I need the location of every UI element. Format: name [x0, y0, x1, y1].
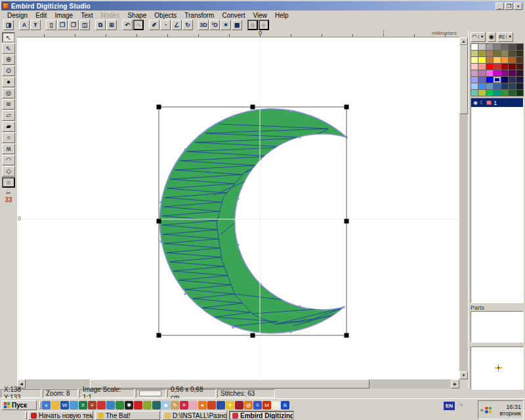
- palette-swatch[interactable]: [501, 64, 508, 70]
- palette-swatch[interactable]: [501, 70, 508, 76]
- palette-swatch[interactable]: [486, 77, 493, 83]
- selection-handle[interactable]: [345, 105, 349, 110]
- palette-swatch-selected[interactable]: [494, 77, 500, 83]
- palette-swatch[interactable]: [478, 64, 485, 70]
- undo-button[interactable]: ↶: [122, 20, 133, 30]
- menu-convert[interactable]: Convert: [218, 12, 249, 19]
- tool-sfumato-fill[interactable]: ≋: [2, 99, 15, 110]
- palette-swatch[interactable]: [501, 83, 508, 89]
- menu-objects[interactable]: Objects: [150, 12, 180, 19]
- vertical-scrollbar[interactable]: ▲ ▼: [459, 37, 468, 379]
- palette-swatch[interactable]: [494, 70, 500, 76]
- taskbar-task[interactable]: The Bat!: [95, 411, 160, 420]
- open-design-button[interactable]: ❒: [57, 20, 68, 30]
- quicklaunch-red-tool[interactable]: [207, 401, 216, 410]
- palette-swatch[interactable]: [501, 57, 508, 63]
- menu-shape[interactable]: Shape: [123, 12, 150, 19]
- palette-swatch[interactable]: [471, 83, 478, 89]
- palette-swatch[interactable]: [486, 51, 493, 56]
- object-list[interactable]: ◉ ☾ 1: [471, 98, 524, 303]
- palette-swatch[interactable]: [471, 77, 478, 83]
- quicklaunch-bluetooth[interactable]: B: [281, 401, 289, 410]
- minimize-button[interactable]: _: [495, 3, 504, 10]
- parts-list[interactable]: [471, 311, 524, 343]
- palette-swatch[interactable]: [486, 57, 493, 63]
- tool-select[interactable]: ↖: [2, 32, 15, 43]
- selection-handle[interactable]: [345, 333, 349, 338]
- selection-handle[interactable]: [251, 105, 255, 110]
- scroll-down-arrow[interactable]: ▼: [459, 371, 468, 379]
- text-transform-button[interactable]: Ŧ: [30, 20, 41, 30]
- quicklaunch-tree[interactable]: [116, 401, 124, 410]
- taskbar-task[interactable]: D:\INSTALL\Разное\Embird: [162, 411, 227, 420]
- quicklaunch-orange-box[interactable]: @: [244, 401, 253, 410]
- palette-swatch[interactable]: [478, 77, 485, 83]
- palette-swatch[interactable]: [471, 51, 478, 56]
- tool-fill-area[interactable]: ●: [2, 77, 15, 87]
- palette-swatch[interactable]: [509, 77, 515, 83]
- import-design-button[interactable]: ❐: [68, 20, 79, 30]
- tray-app-icon[interactable]: [485, 407, 492, 413]
- palette-swatch[interactable]: [516, 57, 523, 63]
- taskbar-task[interactable]: Начать новую тему :: В...: [28, 411, 93, 420]
- selection-handle[interactable]: [345, 219, 349, 224]
- palette-swatch[interactable]: [494, 51, 500, 56]
- quicklaunch-blue-window[interactable]: [217, 401, 225, 410]
- lettering-button[interactable]: A: [19, 20, 30, 30]
- menu-text[interactable]: Text: [77, 12, 96, 19]
- tool-shape-tool[interactable]: ◇: [2, 166, 15, 177]
- selection-handle[interactable]: [157, 333, 161, 338]
- quicklaunch-lines[interactable]: ≡: [253, 401, 262, 410]
- palette-swatch[interactable]: [478, 57, 485, 63]
- stitch-preview-button[interactable]: ◨: [3, 20, 14, 30]
- palette-swatch[interactable]: [478, 51, 485, 56]
- quicklaunch-excel[interactable]: X: [79, 401, 87, 410]
- quicklaunch-browser[interactable]: e: [42, 401, 51, 410]
- palette-swatch[interactable]: [516, 64, 523, 70]
- stitch-mode-dropdown[interactable]: #c▼: [497, 32, 513, 42]
- object-row-selected[interactable]: ◉ ☾ 1: [471, 98, 523, 107]
- design-canvas[interactable]: 0: [17, 37, 459, 379]
- quicklaunch-globe[interactable]: [106, 401, 115, 410]
- quicklaunch-pencil[interactable]: ✎: [171, 401, 179, 410]
- quicklaunch-red-bag[interactable]: [235, 401, 243, 410]
- new-design-button[interactable]: ▯: [46, 20, 56, 30]
- menu-image[interactable]: Image: [51, 12, 77, 19]
- palette-swatch[interactable]: [494, 57, 500, 63]
- curve-style-dropdown[interactable]: ◠▼: [471, 32, 486, 42]
- quicklaunch-red-star[interactable]: ✳: [180, 401, 188, 410]
- menu-edit[interactable]: Edit: [32, 12, 51, 19]
- vscroll-thumb[interactable]: [459, 45, 468, 114]
- scroll-up-arrow[interactable]: ▲: [459, 37, 468, 45]
- menu-transform[interactable]: Transform: [180, 12, 218, 19]
- tool-zoom-in[interactable]: ⊕: [2, 54, 15, 65]
- palette-swatch[interactable]: [509, 44, 515, 50]
- stitch-wand-button[interactable]: ✶: [220, 20, 231, 30]
- view-3d-button[interactable]: ³D: [209, 20, 220, 30]
- quicklaunch-media[interactable]: M: [262, 401, 271, 410]
- quicklaunch-bird[interactable]: [152, 401, 161, 410]
- palette-swatch[interactable]: [516, 51, 523, 56]
- tool-column-b[interactable]: ▰: [2, 121, 15, 132]
- hscroll-thumb[interactable]: [90, 379, 369, 388]
- thread-knob-button[interactable]: ◉: [488, 32, 495, 42]
- palette-swatch[interactable]: [478, 83, 485, 89]
- taskbar-task-active[interactable]: Embird Digitizing Stud...: [229, 411, 294, 420]
- tool-arc-tool[interactable]: ◠: [2, 155, 15, 165]
- quicklaunch-orange-ball[interactable]: ●: [198, 401, 207, 410]
- palette-swatch[interactable]: [486, 90, 493, 96]
- tool-freehand-region[interactable]: ○: [2, 133, 15, 143]
- copy-button[interactable]: ⧉: [95, 20, 106, 30]
- palette-swatch[interactable]: [509, 83, 515, 89]
- palette-swatch[interactable]: [516, 83, 523, 89]
- tool-zigzag-stitch[interactable]: ʍ: [2, 144, 15, 154]
- menu-view[interactable]: View: [249, 12, 271, 19]
- paste-button[interactable]: ⊞: [106, 20, 117, 30]
- quicklaunch-notes[interactable]: ✎: [272, 401, 280, 410]
- tool-column-a[interactable]: ▱: [2, 110, 15, 121]
- selection-handle[interactable]: [157, 219, 161, 224]
- restore-button[interactable]: ❐: [505, 3, 513, 10]
- quicklaunch-pink-page[interactable]: [189, 401, 198, 410]
- palette-swatch[interactable]: [516, 90, 523, 96]
- palette-swatch[interactable]: [501, 90, 508, 96]
